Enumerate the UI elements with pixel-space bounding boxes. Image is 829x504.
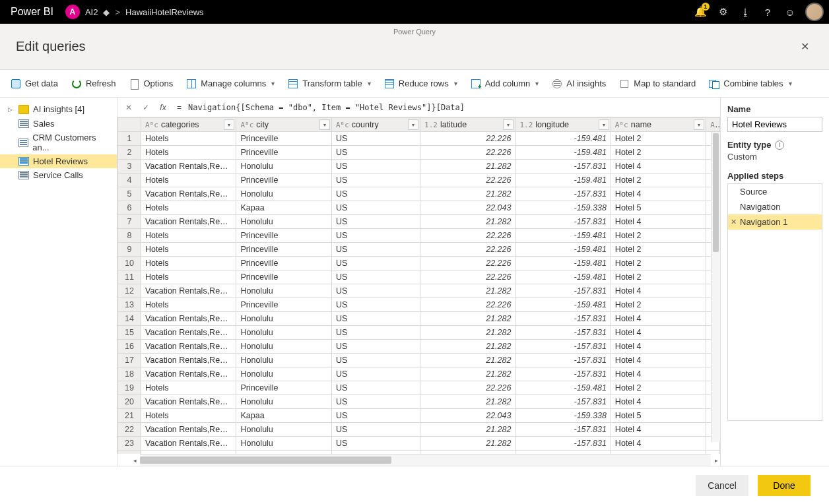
- cell-name[interactable]: Hotel 5: [611, 409, 706, 423]
- report-name[interactable]: HawaiiHotelReviews: [125, 7, 204, 17]
- cell-categories[interactable]: Hotels: [141, 132, 236, 146]
- cell-latitude[interactable]: 22.043: [420, 201, 515, 215]
- column-filter-dropdown[interactable]: ▾: [694, 119, 704, 130]
- cell-country[interactable]: US: [331, 146, 420, 160]
- cell-longitude[interactable]: -157.831: [515, 395, 611, 409]
- cell-name[interactable]: Hotel 2: [611, 381, 706, 395]
- row-number-cell[interactable]: 6: [118, 201, 141, 215]
- data-grid[interactable]: Aᴮccategories▾Aᴮccity▾Aᴮccountry▾1.2lati…: [117, 117, 720, 454]
- cell-latitude[interactable]: 21.282: [420, 423, 515, 437]
- help-icon[interactable]: ?: [756, 0, 779, 24]
- scrollbar-thumb[interactable]: [713, 133, 719, 252]
- cell-country[interactable]: US: [331, 201, 420, 215]
- cell-name[interactable]: Hotel 4: [611, 160, 706, 173]
- column-filter-dropdown[interactable]: ▾: [599, 119, 609, 130]
- cell-latitude[interactable]: 21.282: [420, 437, 515, 451]
- cell-name[interactable]: Hotel 4: [611, 423, 706, 437]
- row-number-cell[interactable]: 16: [118, 340, 141, 354]
- applied-step[interactable]: Navigation: [728, 199, 822, 214]
- cell-longitude[interactable]: -157.831: [515, 423, 611, 437]
- cell-name[interactable]: Hotel 4: [611, 284, 706, 298]
- cell-longitude[interactable]: -159.338: [515, 201, 611, 215]
- cell-categories[interactable]: Hotels: [141, 409, 236, 423]
- cell-longitude[interactable]: -157.831: [515, 326, 611, 340]
- cell-longitude[interactable]: -157.831: [515, 354, 611, 367]
- cell-country[interactable]: US: [331, 367, 420, 381]
- table-row[interactable]: 14Vacation Rentals,Resorts &...HonoluluU…: [118, 312, 720, 326]
- cell-city[interactable]: Honolulu: [236, 187, 331, 201]
- cell-country[interactable]: US: [331, 326, 420, 340]
- cell-city[interactable]: Honolulu: [236, 340, 331, 354]
- cell-city[interactable]: Princeville: [236, 381, 331, 395]
- cell-latitude[interactable]: 22.043: [420, 409, 515, 423]
- row-number-cell[interactable]: 19: [118, 381, 141, 395]
- cell-categories[interactable]: Hotels: [141, 298, 236, 312]
- cell-name[interactable]: Hotel 4: [611, 215, 706, 229]
- ai-insights-button[interactable]: AI insights: [550, 76, 607, 92]
- cell-longitude[interactable]: -157.831: [515, 437, 611, 451]
- cell-latitude[interactable]: 22.226: [420, 381, 515, 395]
- table-row[interactable]: 17Vacation Rentals,Resorts &...HonoluluU…: [118, 354, 720, 367]
- cell-city[interactable]: Honolulu: [236, 326, 331, 340]
- row-number-header[interactable]: [118, 118, 141, 132]
- formula-expression[interactable]: Navigation{[Schema = "dbo", Item = "Hote…: [188, 103, 465, 112]
- cell-city[interactable]: Honolulu: [236, 423, 331, 437]
- scroll-right-icon[interactable]: ▸: [711, 455, 720, 466]
- row-number-cell[interactable]: 5: [118, 187, 141, 201]
- close-icon[interactable]: ✕: [797, 36, 813, 57]
- cell-latitude[interactable]: 21.282: [420, 215, 515, 229]
- cell-longitude[interactable]: -157.831: [515, 215, 611, 229]
- cell-categories[interactable]: Vacation Rentals,Resorts &...: [141, 215, 236, 229]
- cell-country[interactable]: US: [331, 160, 420, 173]
- download-icon[interactable]: ⭳: [734, 0, 756, 24]
- cell-longitude[interactable]: -159.481: [515, 381, 611, 395]
- table-row[interactable]: 23Vacation Rentals,Resorts &...HonoluluU…: [118, 437, 720, 451]
- column-header[interactable]: Aᴮccountry▾: [331, 118, 420, 132]
- row-number-cell[interactable]: 23: [118, 437, 141, 451]
- applied-step[interactable]: Source: [728, 184, 822, 199]
- cell-longitude[interactable]: -159.481: [515, 243, 611, 257]
- row-number-cell[interactable]: 10: [118, 257, 141, 270]
- cell-name[interactable]: Hotel 4: [611, 395, 706, 409]
- manage-columns-button[interactable]: Manage columns▾: [185, 76, 276, 92]
- table-row[interactable]: 12Vacation Rentals,Resorts &...HonoluluU…: [118, 284, 720, 298]
- scrollbar-thumb[interactable]: [140, 457, 391, 464]
- cell-latitude[interactable]: 22.226: [420, 257, 515, 270]
- column-filter-dropdown[interactable]: ▾: [224, 119, 234, 130]
- cell-city[interactable]: Honolulu: [236, 160, 331, 173]
- cell-name[interactable]: Hotel 2: [611, 257, 706, 270]
- refresh-button[interactable]: Refresh: [70, 76, 117, 92]
- cell-latitude[interactable]: 22.226: [420, 229, 515, 243]
- column-filter-dropdown[interactable]: ▾: [503, 119, 514, 130]
- vertical-scrollbar[interactable]: [711, 132, 720, 442]
- cell-city[interactable]: Princeville: [236, 257, 331, 270]
- horizontal-scrollbar[interactable]: ◂ ▸: [140, 454, 711, 466]
- row-number-cell[interactable]: 9: [118, 243, 141, 257]
- scroll-left-icon[interactable]: ◂: [129, 455, 140, 466]
- row-number-cell[interactable]: 20: [118, 395, 141, 409]
- cell-longitude[interactable]: -159.481: [515, 229, 611, 243]
- queries-folder[interactable]: ▷ AI insights [4]: [0, 102, 117, 117]
- cell-longitude[interactable]: -159.481: [515, 257, 611, 270]
- expand-triangle-icon[interactable]: ▷: [8, 106, 15, 113]
- cell-city[interactable]: Princeville: [236, 146, 331, 160]
- table-row[interactable]: 10HotelsPrincevilleUS22.226-159.481Hotel…: [118, 257, 720, 270]
- cell-latitude[interactable]: 21.282: [420, 312, 515, 326]
- row-number-cell[interactable]: 21: [118, 409, 141, 423]
- cell-name[interactable]: Hotel 2: [611, 243, 706, 257]
- cell-categories[interactable]: Hotels: [141, 243, 236, 257]
- row-number-cell[interactable]: 15: [118, 326, 141, 340]
- cell-country[interactable]: US: [331, 187, 420, 201]
- cell-categories[interactable]: Vacation Rentals,Resorts &...: [141, 312, 236, 326]
- cell-country[interactable]: US: [331, 132, 420, 146]
- table-row[interactable]: 20Vacation Rentals,Resorts &...HonoluluU…: [118, 395, 720, 409]
- applied-step[interactable]: ✕Navigation 1: [728, 214, 822, 230]
- cell-name[interactable]: Hotel 2: [611, 229, 706, 243]
- cell-country[interactable]: US: [331, 257, 420, 270]
- table-row[interactable]: 7Vacation Rentals,Resorts &...HonoluluUS…: [118, 215, 720, 229]
- cell-categories[interactable]: Hotels: [141, 270, 236, 284]
- cell-categories[interactable]: Vacation Rentals,Resorts &...: [141, 367, 236, 381]
- get-data-button[interactable]: Get data: [9, 76, 59, 92]
- cell-categories[interactable]: Hotels: [141, 257, 236, 270]
- row-number-cell[interactable]: 18: [118, 367, 141, 381]
